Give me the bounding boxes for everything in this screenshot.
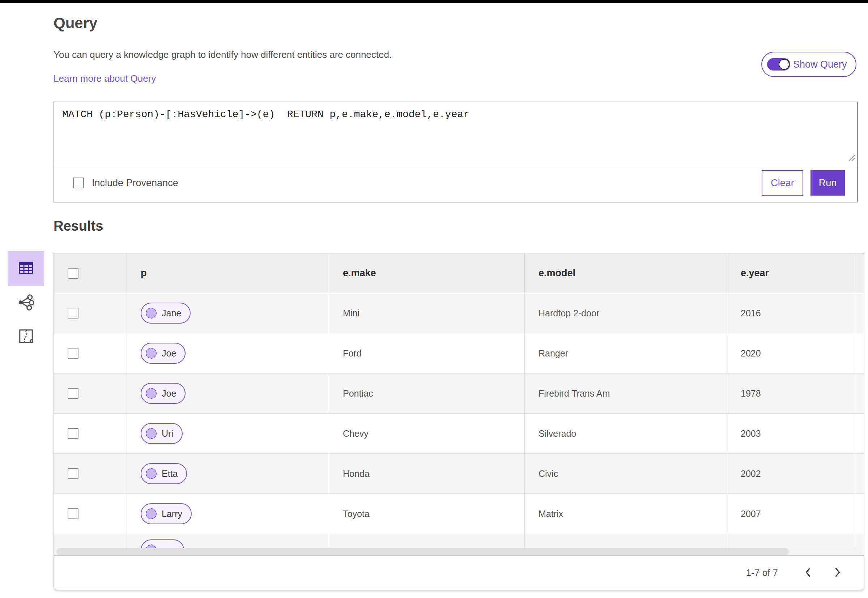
entity-label: Etta: [162, 469, 178, 479]
show-query-label: Show Query: [793, 59, 847, 70]
cell-e-model: Ranger: [525, 333, 727, 373]
cell-e-year: 2002: [727, 454, 856, 493]
entity-label: Jane: [162, 308, 181, 318]
row-checkbox[interactable]: [67, 428, 78, 439]
next-page-button[interactable]: [829, 565, 845, 581]
cell-e-make: Ford: [329, 333, 525, 373]
query-description: You can query a knowledge graph to ident…: [54, 49, 392, 60]
column-header-e-year[interactable]: e.year: [727, 253, 856, 293]
cell-e-year: 2007: [727, 494, 856, 534]
cell-e-make: Toyota: [329, 494, 525, 534]
select-all-checkbox[interactable]: [67, 268, 78, 279]
chevron-left-icon: [804, 567, 813, 579]
include-provenance-control[interactable]: Include Provenance: [73, 178, 178, 189]
cell-e-year: 2020: [727, 333, 856, 373]
cell-e-make: Honda: [329, 454, 525, 493]
table-header-row: p e.make e.model e.year: [54, 253, 864, 293]
entity-pill[interactable]: Jane: [141, 303, 191, 324]
resize-handle-icon[interactable]: [846, 152, 855, 163]
previous-page-button[interactable]: [801, 565, 816, 581]
column-header-e-make[interactable]: e.make: [329, 253, 525, 293]
query-input[interactable]: MATCH (p:Person)-[:HasVehicle]->(e) RETU…: [54, 102, 857, 165]
entity-label: Larry: [162, 509, 182, 519]
table-row[interactable]: Jane Mini Hardtop 2-door 2016: [54, 293, 864, 333]
tab-table-view[interactable]: [8, 251, 44, 286]
page-title: Query: [54, 15, 97, 32]
tab-link-chart-view[interactable]: [16, 294, 36, 312]
cell-e-make: Pontiac: [329, 374, 525, 413]
query-actions-bar: Include Provenance Clear Run: [54, 164, 857, 202]
include-provenance-label: Include Provenance: [92, 178, 178, 189]
entity-label: Uri: [162, 428, 173, 439]
entity-pill[interactable]: Joe: [141, 343, 186, 364]
entity-pill[interactable]: Etta: [141, 463, 187, 484]
entity-node-icon: [146, 348, 157, 359]
cell-e-model: Firebird Trans Am: [525, 374, 727, 413]
results-title: Results: [54, 218, 103, 234]
row-checkbox[interactable]: [67, 468, 78, 479]
table-row[interactable]: Larry Toyota Matrix 2007: [54, 494, 864, 534]
column-header-e-model[interactable]: e.model: [525, 253, 727, 293]
query-editor: MATCH (p:Person)-[:HasVehicle]->(e) RETU…: [54, 102, 857, 165]
table-icon: [17, 259, 35, 278]
chevron-right-icon: [833, 567, 842, 579]
tab-map-view[interactable]: [16, 327, 36, 346]
row-checkbox[interactable]: [67, 388, 78, 399]
cell-e-year: 1978: [727, 374, 856, 413]
table-row[interactable]: Joe Ford Ranger 2020: [54, 333, 864, 374]
pagination-range-label: 1-7 of 7: [746, 567, 778, 579]
entity-pill[interactable]: Uri: [141, 423, 183, 444]
top-black-bar: [0, 0, 868, 3]
entity-node-icon: [146, 388, 157, 399]
horizontal-scrollbar-thumb[interactable]: [57, 548, 789, 555]
entity-pill[interactable]: Larry: [141, 503, 192, 524]
cell-e-model: Hardtop 2-door: [525, 293, 727, 333]
entity-node-icon: [146, 428, 157, 439]
run-button[interactable]: Run: [811, 170, 845, 196]
entity-label: Joe: [162, 348, 176, 359]
cell-e-year: 2016: [727, 293, 856, 333]
entity-pill[interactable]: Joe: [141, 383, 186, 404]
cell-e-make: Chevy: [329, 414, 525, 453]
include-provenance-checkbox[interactable]: [73, 178, 84, 188]
link-chart-icon: [17, 293, 35, 313]
row-checkbox[interactable]: [67, 508, 78, 519]
table-row[interactable]: Etta Honda Civic 2002: [54, 454, 864, 494]
toggle-on-icon[interactable]: [767, 58, 790, 70]
entity-node-icon: [146, 468, 157, 479]
entity-node-icon: [146, 308, 157, 318]
learn-more-link[interactable]: Learn more about Query: [54, 73, 156, 84]
pagination-bar: 1-7 of 7: [54, 556, 864, 590]
cell-e-model: Civic: [525, 454, 727, 493]
column-header-p[interactable]: p: [127, 253, 329, 293]
row-checkbox[interactable]: [67, 348, 78, 359]
table-row[interactable]: Uri Chevy Silverado 2003: [54, 414, 864, 454]
clear-button[interactable]: Clear: [762, 170, 803, 196]
entity-node-icon: [146, 508, 157, 519]
table-row[interactable]: Joe Pontiac Firebird Trans Am 1978: [54, 374, 864, 414]
row-checkbox[interactable]: [67, 308, 78, 318]
cell-e-make: Mini: [329, 293, 525, 333]
cell-e-model: Matrix: [525, 494, 727, 534]
page: { "colors": { "accent_purple": "#6b40c9"…: [0, 0, 868, 598]
map-icon: [18, 328, 34, 346]
horizontal-scrollbar[interactable]: [57, 548, 862, 555]
query-editor-panel: MATCH (p:Person)-[:HasVehicle]->(e) RETU…: [54, 102, 858, 202]
cell-e-model: Silverado: [525, 414, 727, 453]
cell-e-year: 2003: [727, 414, 856, 453]
show-query-toggle[interactable]: Show Query: [761, 52, 856, 77]
results-table: p e.make e.model e.year Jane Mini Hardto…: [54, 253, 864, 556]
entity-label: Joe: [162, 388, 176, 399]
